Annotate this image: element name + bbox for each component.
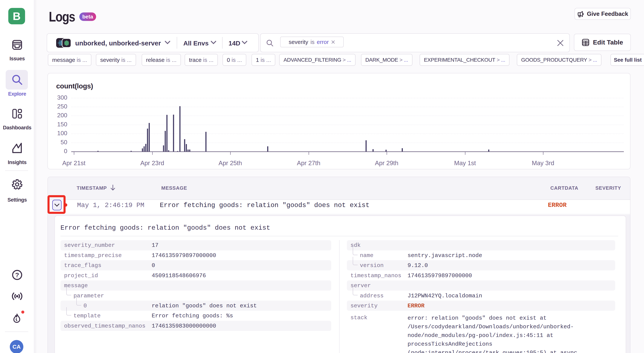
svg-text:?: ? <box>15 271 19 278</box>
